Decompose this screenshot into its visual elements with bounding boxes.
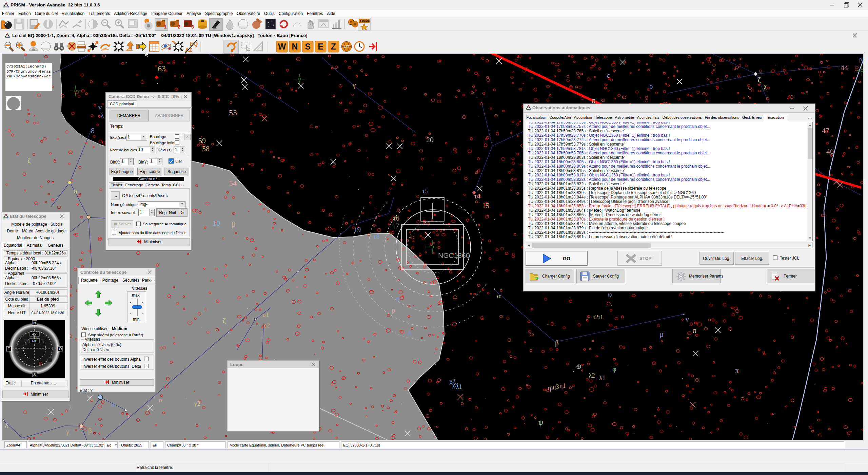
svg-text:2: 2 — [178, 24, 180, 30]
svg-text:τ6: τ6 — [393, 214, 399, 222]
svg-text:54: 54 — [229, 179, 237, 187]
svg-text:63: 63 — [158, 64, 166, 73]
svg-text:χ: χ — [763, 82, 767, 90]
svg-text:λ1: λ1 — [599, 374, 606, 381]
svg-text:ρ: ρ — [392, 306, 395, 314]
svg-text:α: α — [111, 401, 115, 409]
svg-text:γ: γ — [352, 81, 356, 89]
svg-text:η1: η1 — [559, 382, 566, 389]
svg-text:ε: ε — [607, 71, 610, 79]
svg-text:O: O — [59, 347, 62, 351]
svg-text:α: α — [497, 292, 501, 300]
svg-text:ζ: ζ — [758, 76, 761, 84]
svg-text:N: N — [292, 42, 298, 51]
svg-text:ω: ω — [608, 291, 612, 298]
svg-text:NGC1360: NGC1360 — [438, 251, 470, 259]
svg-text:44: 44 — [841, 63, 848, 72]
svg-text:σ: σ — [396, 295, 399, 303]
svg-text:φ: φ — [612, 365, 616, 373]
svg-text:γ2: γ2 — [194, 400, 200, 407]
svg-text:1: 1 — [164, 24, 166, 30]
svg-text:S: S — [305, 42, 311, 51]
svg-text:β: β — [88, 426, 92, 435]
svg-text:ψ: ψ — [538, 418, 543, 426]
svg-text:υ2: υ2 — [263, 322, 270, 329]
svg-text:W: W — [278, 42, 286, 51]
svg-text:λ: λ — [100, 111, 104, 120]
svg-text:α: α — [74, 187, 78, 195]
svg-text:45°: 45° — [32, 332, 37, 336]
svg-text:ζ: ζ — [27, 156, 31, 165]
svg-text:δ: δ — [408, 329, 411, 338]
svg-text:N: N — [859, 56, 863, 64]
svg-text:υ1: υ1 — [262, 311, 269, 318]
svg-text:8: 8 — [91, 126, 95, 135]
svg-text:60°: 60° — [32, 339, 37, 343]
svg-text:N: N — [33, 321, 36, 325]
svg-text:ε: ε — [128, 412, 131, 420]
svg-text:ρ: ρ — [649, 82, 653, 90]
svg-text:10: 10 — [213, 219, 220, 227]
svg-text:β: β — [232, 220, 235, 228]
svg-text:τ5: τ5 — [422, 187, 429, 195]
svg-text:59: 59 — [198, 136, 206, 145]
svg-text:τ9: τ9 — [354, 226, 361, 234]
svg-text:20: 20 — [426, 135, 434, 144]
svg-text:ζ: ζ — [223, 317, 226, 325]
svg-text:15: 15 — [482, 202, 489, 210]
svg-text:η3: η3 — [553, 383, 559, 390]
svg-text:Z: Z — [331, 42, 336, 51]
svg-text:γ: γ — [66, 428, 69, 436]
svg-text:π: π — [735, 366, 739, 375]
svg-text:UT: UT — [343, 44, 349, 49]
svg-text:S: S — [33, 373, 36, 377]
svg-text:ν: ν — [686, 315, 689, 323]
svg-text:π: π — [693, 326, 696, 335]
svg-text:τ4: τ4 — [474, 192, 480, 200]
svg-text:47: 47 — [822, 126, 829, 135]
svg-text:o: o — [159, 396, 162, 403]
svg-text:λ: λ — [69, 404, 72, 411]
svg-text:ι2ι1: ι2ι1 — [593, 314, 603, 321]
svg-text:3: 3 — [191, 24, 194, 30]
svg-text:46: 46 — [826, 147, 834, 155]
svg-text:E: E — [318, 42, 323, 51]
svg-text:δ: δ — [5, 422, 8, 430]
svg-text:μ: μ — [659, 330, 663, 338]
svg-text:τ7: τ7 — [393, 222, 399, 230]
svg-text:58: 58 — [202, 144, 210, 153]
svg-text:E: E — [7, 347, 10, 351]
svg-text:FOCUS: FOCUS — [360, 19, 370, 22]
svg-text:τ8: τ8 — [373, 232, 380, 241]
svg-text:β: β — [555, 339, 559, 347]
svg-text:ν: ν — [98, 103, 102, 111]
svg-text:53: 53 — [229, 108, 237, 117]
svg-text:λ1: λ1 — [456, 383, 462, 390]
svg-text:λ2: λ2 — [589, 372, 595, 379]
